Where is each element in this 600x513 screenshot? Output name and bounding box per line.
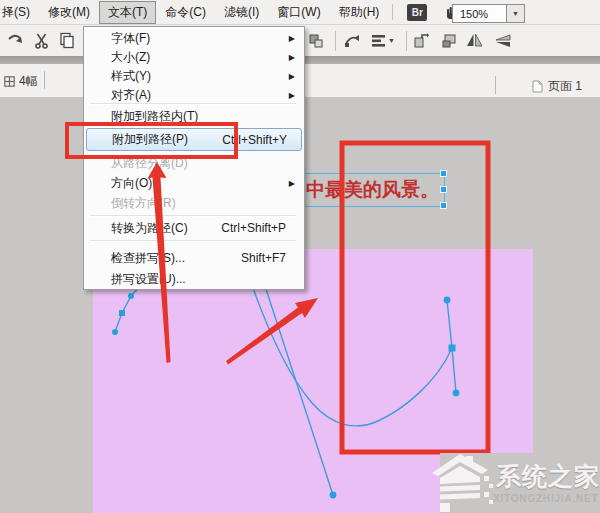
menu-bar: 择(S) 修改(M) 文本(T) 命令(C) 滤镜(I) 窗口(W) 帮助(H)… [0, 0, 600, 25]
menu-separator [90, 103, 296, 105]
menu-item-align[interactable]: 对齐(A)▶ [86, 85, 300, 105]
menu-item-orientation[interactable]: 方向(O)▶ [86, 173, 300, 193]
arrange-icon[interactable] [408, 29, 434, 53]
fireworks-window: 择(S) 修改(M) 文本(T) 命令(C) 滤镜(I) 窗口(W) 帮助(H)… [0, 0, 600, 513]
submenu-arrow-icon: ▶ [289, 34, 295, 43]
menu-item-size[interactable]: 大小(Z)▶ [86, 47, 300, 67]
toolbar-separator [406, 31, 407, 51]
menubar-item-modify[interactable]: 修改(M) [39, 1, 99, 24]
zoom-level-value: 150% [453, 8, 506, 20]
view-tab-label: 4幅 [19, 73, 38, 90]
zoom-level-dropdown[interactable]: 150% ▼ [452, 4, 525, 23]
menubar-item-select[interactable]: 择(S) [0, 1, 39, 24]
shortcut-label: Shift+F7 [241, 251, 286, 265]
redo-icon[interactable] [2, 29, 28, 53]
toolbar-separator [335, 31, 336, 51]
cut-icon[interactable] [28, 29, 54, 53]
flip-horizontal-icon[interactable] [461, 29, 487, 53]
menubar-item-text[interactable]: 文本(T) [99, 1, 156, 24]
selection-handle[interactable] [440, 186, 447, 193]
menu-item-attach-to-path[interactable]: 附加到路径(P)Ctrl+Shift+Y [86, 128, 302, 151]
menu-item-attach-in-path[interactable]: 附加到路径内(T) [86, 106, 300, 126]
canvas-text: 中最美的风景。 [306, 175, 442, 205]
menubar-item-commands[interactable]: 命令(C) [156, 1, 215, 24]
menu-separator [90, 215, 296, 217]
flip-vertical-icon[interactable] [490, 29, 516, 53]
swap-image-icon[interactable] [436, 29, 462, 53]
page-label: 页面 1 [548, 78, 582, 95]
copy-icon[interactable] [54, 29, 80, 53]
menubar-item-window[interactable]: 窗口(W) [268, 1, 329, 24]
submenu-arrow-icon: ▶ [289, 179, 295, 188]
page-icon [532, 80, 543, 93]
chevron-down-icon: ▼ [388, 37, 395, 44]
bridge-icon[interactable]: Br [407, 4, 427, 21]
shortcut-label: Ctrl+Shift+Y [222, 133, 287, 147]
menu-item-font[interactable]: 字体(F)▶ [86, 28, 300, 48]
menu-item-convert-to-path[interactable]: 转换为路径(C)Ctrl+Shift+P [86, 218, 300, 238]
submenu-arrow-icon: ▶ [289, 72, 295, 81]
selected-text-object[interactable]: 中最美的风景。 [303, 173, 445, 207]
menu-item-style[interactable]: 样式(Y)▶ [86, 66, 300, 86]
menubar-separator [392, 4, 393, 20]
menubar-item-help[interactable]: 帮助(H) [330, 1, 389, 24]
tabbar-separator [495, 76, 496, 94]
chevron-down-icon[interactable]: ▼ [506, 5, 524, 22]
menu-item-detach-from-path[interactable]: 从路径分离(D) [86, 153, 300, 173]
tab-4up-view[interactable]: 4幅 [4, 73, 38, 90]
text-menu-dropdown: 字体(F)▶ 大小(Z)▶ 样式(Y)▶ 对齐(A)▶ 附加到路径内(T) 附加… [83, 26, 305, 290]
menu-item-spelling-setup[interactable]: 拼写设置(U)... [86, 269, 300, 289]
align-icon[interactable]: ▼ [366, 29, 400, 53]
menu-item-reverse-direction[interactable]: 倒转方向(R) [86, 193, 300, 213]
group-icon[interactable] [303, 29, 329, 53]
menubar-item-filters[interactable]: 滤镜(I) [215, 1, 268, 24]
page-selector[interactable]: 页面 1 [532, 78, 582, 95]
selection-handle[interactable] [440, 170, 447, 177]
watermark-background [440, 453, 600, 513]
grid-4up-icon [4, 76, 15, 87]
free-transform-icon[interactable] [340, 29, 366, 53]
submenu-arrow-icon: ▶ [289, 91, 295, 100]
menu-item-check-spelling[interactable]: 检查拼写(S)...Shift+F7 [86, 248, 300, 268]
menu-separator [90, 240, 296, 242]
selection-handle[interactable] [440, 202, 447, 209]
submenu-arrow-icon: ▶ [289, 53, 295, 62]
shortcut-label: Ctrl+Shift+P [221, 221, 286, 235]
tabbar-separator [44, 71, 45, 89]
